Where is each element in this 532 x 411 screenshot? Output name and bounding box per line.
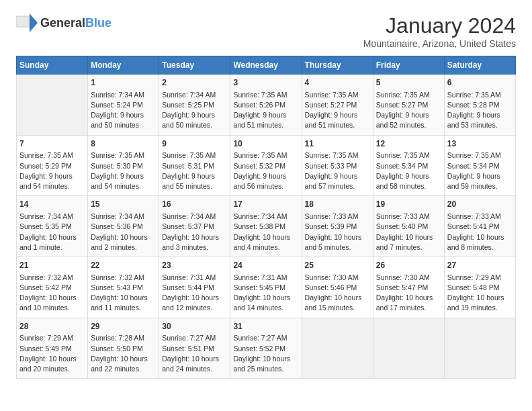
calendar-cell: 19Sunrise: 7:33 AM Sunset: 5:40 PM Dayli… — [373, 196, 444, 257]
calendar-cell: 25Sunrise: 7:30 AM Sunset: 5:46 PM Dayli… — [302, 257, 373, 318]
day-number: 13 — [447, 138, 513, 150]
calendar-cell: 10Sunrise: 7:35 AM Sunset: 5:32 PM Dayli… — [230, 135, 302, 196]
day-number: 7 — [19, 138, 85, 150]
day-info: Sunrise: 7:34 AM Sunset: 5:38 PM Dayligh… — [233, 212, 298, 253]
day-number: 18 — [305, 199, 370, 210]
day-info: Sunrise: 7:35 AM Sunset: 5:30 PM Dayligh… — [91, 150, 156, 191]
calendar-cell: 12Sunrise: 7:35 AM Sunset: 5:34 PM Dayli… — [373, 135, 444, 196]
calendar-cell: 17Sunrise: 7:34 AM Sunset: 5:38 PM Dayli… — [230, 196, 302, 257]
day-number: 22 — [91, 260, 156, 271]
day-number: 14 — [19, 199, 85, 210]
day-info: Sunrise: 7:32 AM Sunset: 5:42 PM Dayligh… — [19, 273, 85, 314]
header-day-monday: Monday — [88, 56, 159, 75]
day-number: 5 — [376, 77, 441, 89]
day-info: Sunrise: 7:35 AM Sunset: 5:27 PM Dayligh… — [376, 90, 441, 131]
day-info: Sunrise: 7:34 AM Sunset: 5:24 PM Dayligh… — [91, 90, 156, 131]
day-info: Sunrise: 7:31 AM Sunset: 5:44 PM Dayligh… — [162, 273, 227, 314]
calendar-cell: 14Sunrise: 7:34 AM Sunset: 5:35 PM Dayli… — [17, 196, 88, 257]
calendar-cell — [302, 318, 373, 379]
logo-text-general: General — [40, 16, 85, 30]
day-info: Sunrise: 7:29 AM Sunset: 5:49 PM Dayligh… — [19, 333, 85, 374]
header-row: SundayMondayTuesdayWednesdayThursdayFrid… — [17, 56, 516, 75]
calendar-cell: 30Sunrise: 7:27 AM Sunset: 5:51 PM Dayli… — [159, 318, 230, 379]
day-info: Sunrise: 7:35 AM Sunset: 5:31 PM Dayligh… — [162, 150, 227, 191]
title-area: January 2024 Mountainaire, Arizona, Unit… — [363, 13, 516, 49]
calendar-cell — [373, 318, 444, 379]
day-info: Sunrise: 7:35 AM Sunset: 5:32 PM Dayligh… — [233, 150, 298, 191]
day-number: 26 — [376, 260, 441, 271]
day-info: Sunrise: 7:28 AM Sunset: 5:50 PM Dayligh… — [91, 333, 156, 374]
calendar-cell: 16Sunrise: 7:34 AM Sunset: 5:37 PM Dayli… — [159, 196, 230, 257]
day-number: 16 — [162, 199, 227, 210]
day-number: 8 — [91, 138, 156, 150]
week-row-2: 7Sunrise: 7:35 AM Sunset: 5:29 PM Daylig… — [17, 135, 516, 196]
day-info: Sunrise: 7:33 AM Sunset: 5:39 PM Dayligh… — [305, 212, 370, 253]
calendar-cell: 31Sunrise: 7:27 AM Sunset: 5:52 PM Dayli… — [230, 318, 302, 379]
svg-rect-0 — [16, 16, 30, 27]
header-day-saturday: Saturday — [444, 56, 515, 75]
calendar-cell: 18Sunrise: 7:33 AM Sunset: 5:39 PM Dayli… — [302, 196, 373, 257]
calendar-cell: 7Sunrise: 7:35 AM Sunset: 5:29 PM Daylig… — [17, 135, 88, 196]
day-number: 4 — [305, 77, 370, 89]
header: GeneralBlue January 2024 Mountainaire, A… — [16, 13, 516, 49]
day-info: Sunrise: 7:35 AM Sunset: 5:28 PM Dayligh… — [447, 90, 513, 131]
week-row-1: 1Sunrise: 7:34 AM Sunset: 5:24 PM Daylig… — [17, 75, 516, 136]
day-info: Sunrise: 7:35 AM Sunset: 5:26 PM Dayligh… — [233, 90, 298, 131]
header-day-wednesday: Wednesday — [230, 56, 302, 75]
calendar-cell: 3Sunrise: 7:35 AM Sunset: 5:26 PM Daylig… — [230, 75, 302, 136]
logo-icon — [16, 13, 38, 32]
header-day-tuesday: Tuesday — [159, 56, 230, 75]
day-info: Sunrise: 7:27 AM Sunset: 5:51 PM Dayligh… — [162, 333, 227, 374]
day-info: Sunrise: 7:33 AM Sunset: 5:41 PM Dayligh… — [447, 212, 513, 253]
header-day-sunday: Sunday — [17, 56, 88, 75]
calendar-cell: 26Sunrise: 7:30 AM Sunset: 5:47 PM Dayli… — [373, 257, 444, 318]
calendar-cell — [444, 318, 515, 379]
week-row-4: 21Sunrise: 7:32 AM Sunset: 5:42 PM Dayli… — [17, 257, 516, 318]
day-number: 23 — [162, 260, 227, 271]
calendar-cell: 22Sunrise: 7:32 AM Sunset: 5:43 PM Dayli… — [88, 257, 159, 318]
day-number: 12 — [376, 138, 441, 150]
calendar-cell — [17, 75, 88, 136]
calendar-header: SundayMondayTuesdayWednesdayThursdayFrid… — [17, 56, 516, 75]
calendar-cell: 1Sunrise: 7:34 AM Sunset: 5:24 PM Daylig… — [88, 75, 159, 136]
calendar-table: SundayMondayTuesdayWednesdayThursdayFrid… — [16, 56, 516, 379]
calendar-cell: 20Sunrise: 7:33 AM Sunset: 5:41 PM Dayli… — [444, 196, 515, 257]
day-info: Sunrise: 7:35 AM Sunset: 5:34 PM Dayligh… — [447, 150, 513, 191]
calendar-cell: 4Sunrise: 7:35 AM Sunset: 5:27 PM Daylig… — [302, 75, 373, 136]
day-number: 11 — [305, 138, 370, 150]
calendar-cell: 13Sunrise: 7:35 AM Sunset: 5:34 PM Dayli… — [444, 135, 515, 196]
day-info: Sunrise: 7:35 AM Sunset: 5:34 PM Dayligh… — [376, 150, 441, 191]
day-number: 30 — [162, 321, 227, 332]
calendar-subtitle: Mountainaire, Arizona, United States — [363, 38, 516, 49]
day-info: Sunrise: 7:34 AM Sunset: 5:36 PM Dayligh… — [91, 212, 156, 253]
day-info: Sunrise: 7:29 AM Sunset: 5:48 PM Dayligh… — [447, 273, 513, 314]
day-info: Sunrise: 7:35 AM Sunset: 5:27 PM Dayligh… — [305, 90, 370, 131]
calendar-cell: 15Sunrise: 7:34 AM Sunset: 5:36 PM Dayli… — [88, 196, 159, 257]
day-number: 15 — [91, 199, 156, 210]
calendar-cell: 21Sunrise: 7:32 AM Sunset: 5:42 PM Dayli… — [17, 257, 88, 318]
day-number: 9 — [162, 138, 227, 150]
week-row-3: 14Sunrise: 7:34 AM Sunset: 5:35 PM Dayli… — [17, 196, 516, 257]
calendar-cell: 23Sunrise: 7:31 AM Sunset: 5:44 PM Dayli… — [159, 257, 230, 318]
day-number: 20 — [447, 199, 513, 210]
calendar-cell: 8Sunrise: 7:35 AM Sunset: 5:30 PM Daylig… — [88, 135, 159, 196]
logo-text-blue: Blue — [85, 16, 112, 30]
day-number: 21 — [19, 260, 85, 271]
calendar-cell: 28Sunrise: 7:29 AM Sunset: 5:49 PM Dayli… — [17, 318, 88, 379]
header-day-thursday: Thursday — [302, 56, 373, 75]
logo: GeneralBlue — [16, 13, 112, 32]
calendar-cell: 2Sunrise: 7:34 AM Sunset: 5:25 PM Daylig… — [159, 75, 230, 136]
day-number: 6 — [447, 77, 513, 89]
day-number: 10 — [233, 138, 298, 150]
day-number: 17 — [233, 199, 298, 210]
day-number: 31 — [233, 321, 298, 332]
calendar-cell: 11Sunrise: 7:35 AM Sunset: 5:33 PM Dayli… — [302, 135, 373, 196]
calendar-cell: 24Sunrise: 7:31 AM Sunset: 5:45 PM Dayli… — [230, 257, 302, 318]
calendar-title: January 2024 — [363, 13, 516, 38]
calendar-cell: 6Sunrise: 7:35 AM Sunset: 5:28 PM Daylig… — [444, 75, 515, 136]
day-info: Sunrise: 7:35 AM Sunset: 5:29 PM Dayligh… — [19, 150, 85, 191]
day-info: Sunrise: 7:34 AM Sunset: 5:37 PM Dayligh… — [162, 212, 227, 253]
calendar-body: 1Sunrise: 7:34 AM Sunset: 5:24 PM Daylig… — [17, 75, 516, 379]
day-number: 24 — [233, 260, 298, 271]
week-row-5: 28Sunrise: 7:29 AM Sunset: 5:49 PM Dayli… — [17, 318, 516, 379]
